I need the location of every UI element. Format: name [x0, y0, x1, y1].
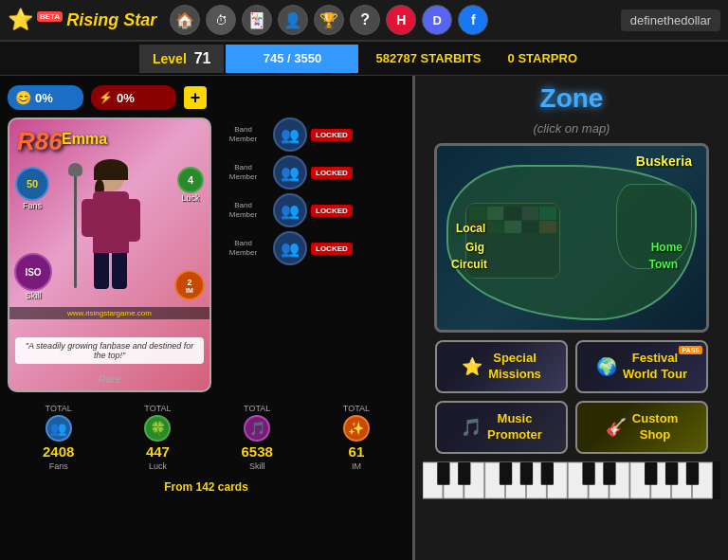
- top-navigation: ⭐ BETA Rising Star 🏠 ⏱ 🃏 👤 🏆 ? H D f def…: [0, 0, 728, 42]
- action-row-2: 🎵 MusicPromoter 🎸 CustomShop: [423, 401, 720, 454]
- trophy-icon[interactable]: 🏆: [314, 5, 344, 35]
- total-fans-label: Total: [46, 404, 72, 413]
- level-bar: Level 71 745 / 3550 582787 STARBITS 0 ST…: [0, 42, 728, 76]
- festival-pass-badge: PASS: [679, 346, 702, 354]
- band-member-label-3: BandMember: [217, 201, 269, 219]
- zone-subtitle: (click on map): [534, 121, 610, 135]
- starbits-display: 582787 STARBITS: [360, 45, 496, 71]
- band-member-label-2: BandMember: [217, 163, 269, 181]
- band-members-panel: BandMember 👥 LOCKED BandMember 👥 LOCKED …: [217, 117, 405, 392]
- locked-badge-4: LOCKED: [311, 243, 353, 255]
- zone-title: Zone: [540, 83, 604, 114]
- map-circuit-label: Circuit: [451, 258, 487, 271]
- facebook-icon[interactable]: f: [458, 5, 488, 35]
- left-panel: 😊 0% ⚡ 0% + R86 Emma 50 Fans: [0, 76, 412, 560]
- home-icon[interactable]: 🏠: [170, 5, 200, 35]
- special-missions-icon: ⭐: [462, 356, 482, 377]
- music-promoter-icon: 🎵: [461, 417, 482, 438]
- map-town-label: Town: [649, 258, 678, 271]
- action-buttons: ⭐ SpecialMissions 🌍 FestivalWorld Tour P…: [423, 340, 720, 454]
- band-member-slot-4: BandMember 👥 LOCKED: [217, 231, 405, 265]
- stats-row: 😊 0% ⚡ 0% +: [8, 83, 405, 112]
- logo-star-icon: ⭐: [8, 8, 33, 32]
- skill-circle: ISO: [14, 253, 52, 291]
- plus-button[interactable]: +: [184, 86, 207, 109]
- xp-display: 745 / 3550: [264, 51, 321, 65]
- ego-bar: 😊 0%: [8, 85, 83, 110]
- total-luck-label: Total: [144, 404, 171, 413]
- total-im-label: Total: [343, 404, 370, 413]
- app-name: Rising Star: [66, 10, 156, 30]
- piano-svg: [423, 461, 720, 499]
- festival-world-tour-button[interactable]: 🌍 FestivalWorld Tour PASS: [575, 340, 708, 393]
- total-im-value: 61: [349, 443, 365, 460]
- hive-icon[interactable]: H: [386, 5, 416, 35]
- total-fans: Total 👥 2408 Fans: [43, 404, 74, 471]
- svg-rect-17: [520, 462, 533, 485]
- card-rarity: Rare: [9, 373, 209, 385]
- map-local-label: Local: [456, 222, 485, 235]
- action-row-1: ⭐ SpecialMissions 🌍 FestivalWorld Tour P…: [423, 340, 720, 393]
- svg-rect-16: [500, 462, 512, 485]
- total-im: Total ✨ 61 IM: [343, 404, 370, 471]
- card-character-art: [28, 162, 194, 314]
- music-promoter-button[interactable]: 🎵 MusicPromoter: [435, 401, 568, 454]
- total-skill-value: 6538: [241, 443, 272, 460]
- question-icon[interactable]: ?: [350, 5, 380, 35]
- music-promoter-label: MusicPromoter: [487, 411, 542, 443]
- from-cards-display: From 142 cards: [8, 479, 405, 496]
- total-luck-value: 447: [146, 443, 170, 460]
- piano-keyboard: [423, 461, 720, 499]
- svg-rect-18: [541, 462, 554, 485]
- svg-rect-23: [686, 462, 699, 485]
- band-member-icon-4[interactable]: 👥: [273, 231, 307, 265]
- band-member-icon-1[interactable]: 👥: [273, 117, 307, 152]
- custom-shop-icon: 🎸: [606, 417, 627, 438]
- ego-value: 0%: [35, 91, 53, 105]
- card-quote: "A steadily growing fanbase and destined…: [15, 337, 204, 364]
- starpro-display: 0 STARPRO: [497, 45, 589, 71]
- band-member-slot-1: BandMember 👥 LOCKED: [217, 117, 405, 152]
- svg-rect-22: [665, 462, 678, 485]
- special-missions-label: SpecialMissions: [488, 351, 541, 383]
- locked-badge-3: LOCKED: [311, 205, 353, 217]
- card-website: www.risingstargame.com: [9, 307, 209, 319]
- main-layout: 😊 0% ⚡ 0% + R86 Emma 50 Fans: [0, 76, 728, 560]
- discord-icon[interactable]: D: [422, 5, 452, 35]
- total-fans-value: 2408: [43, 443, 74, 460]
- band-member-slot-3: BandMember 👥 LOCKED: [217, 193, 405, 227]
- beta-badge: BETA: [37, 11, 63, 22]
- energy-bar: ⚡ 0%: [91, 85, 176, 110]
- svg-rect-20: [603, 462, 615, 485]
- card-rank: R86: [17, 127, 63, 156]
- totals-row: Total 👥 2408 Fans Total 🍀 447 Luck Total…: [8, 398, 405, 473]
- band-member-icon-2[interactable]: 👥: [273, 155, 307, 190]
- special-missions-button[interactable]: ⭐ SpecialMissions: [435, 340, 568, 393]
- total-skill-icon: 🎵: [244, 415, 270, 442]
- card-skill-stat: ISO Skill: [14, 253, 52, 300]
- svg-rect-15: [458, 462, 470, 485]
- zone-map[interactable]: Buskeria Local Gig Circuit Home Town: [434, 143, 709, 333]
- band-member-label-1: BandMember: [217, 125, 269, 143]
- festival-icon: 🌍: [596, 356, 617, 377]
- map-gig-label: Gig: [465, 241, 484, 254]
- card-im-stat: 2 IM: [174, 270, 205, 300]
- total-skill: Total 🎵 6538 Skill: [241, 404, 272, 471]
- person-icon[interactable]: 👤: [278, 5, 308, 35]
- total-skill-label: Total: [244, 404, 270, 413]
- band-member-icon-3[interactable]: 👥: [273, 193, 307, 227]
- luck-sublabel: Luck: [149, 461, 167, 471]
- player-card[interactable]: R86 Emma 50 Fans 4 Luck: [8, 117, 211, 392]
- svg-rect-14: [437, 462, 449, 485]
- band-member-label-4: BandMember: [217, 239, 269, 257]
- energy-value: 0%: [117, 91, 135, 105]
- fans-sublabel: Fans: [49, 461, 68, 471]
- total-luck-icon: 🍀: [144, 415, 171, 442]
- custom-shop-button[interactable]: 🎸 CustomShop: [575, 401, 708, 454]
- cards-icon[interactable]: 🃏: [242, 5, 272, 35]
- card-band-area: R86 Emma 50 Fans 4 Luck: [8, 117, 405, 392]
- svg-rect-21: [645, 462, 657, 485]
- map-island-secondary: [616, 184, 692, 269]
- total-fans-icon: 👥: [46, 415, 72, 442]
- clock-icon[interactable]: ⏱: [206, 5, 236, 35]
